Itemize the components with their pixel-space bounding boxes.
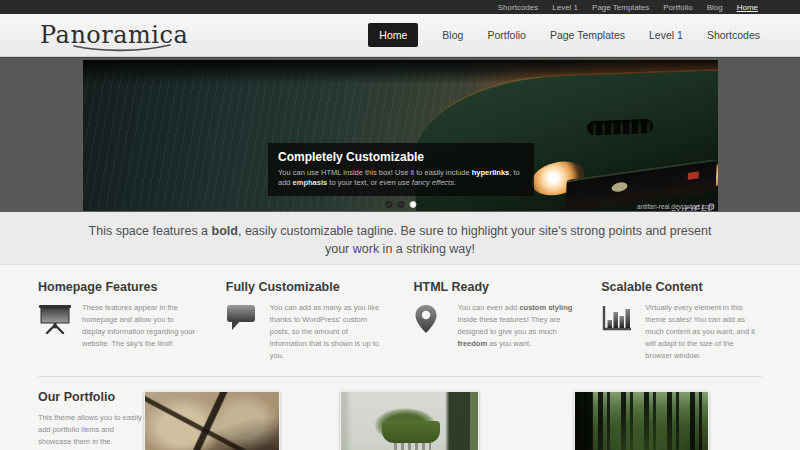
- tagline-band: This space features a bold, easily custo…: [0, 212, 800, 265]
- feature-title: Fully Customizable: [226, 280, 387, 294]
- portfolio-thumb-pirate-ship-painting[interactable]: [144, 391, 280, 450]
- utility-bar: Shortcodes Level 1 Page Templates Portfo…: [0, 0, 800, 14]
- caption-text-part: You can use HTML inside this box! Use it…: [278, 168, 472, 177]
- site-logo[interactable]: Panoramica: [40, 23, 188, 47]
- site-header: Panoramica Home Blog Portfolio Page Temp…: [0, 14, 800, 57]
- nav-item-blog[interactable]: Blog: [442, 29, 463, 41]
- topbar-link-home[interactable]: Home: [737, 3, 758, 12]
- nav-item-shortcodes[interactable]: Shortcodes: [707, 29, 760, 41]
- caption-hyperlink[interactable]: hyperlinks: [472, 168, 510, 177]
- feature-text-part: inside these features! They are designed…: [458, 315, 561, 336]
- feature-homepage-features: Homepage Features These features appear …: [38, 280, 199, 362]
- feature-text: You can even add custom styling inside t…: [458, 302, 575, 350]
- nav-item-home[interactable]: Home: [368, 23, 418, 47]
- feature-text-bold: freedom: [458, 339, 488, 348]
- bar-chart-icon: [601, 302, 645, 362]
- tagline-part: This space features a: [89, 224, 212, 238]
- slider-dot-2[interactable]: [397, 201, 404, 208]
- nav-item-page-templates[interactable]: Page Templates: [550, 29, 625, 41]
- slide-caption: Completely Customizable You can use HTML…: [268, 143, 534, 196]
- portfolio-title: Our Portfolio: [38, 390, 144, 404]
- logo-swoosh-icon: [72, 44, 172, 52]
- portfolio-section: Our Portfolio This theme allows you to e…: [0, 377, 800, 450]
- presentation-screen-icon: [38, 302, 82, 350]
- image-watermark: antifan-real.deviantart.com: [637, 203, 714, 210]
- tagline-part: , easily customizable tagline. Be sure t…: [238, 224, 711, 256]
- topbar-link-page-templates[interactable]: Page Templates: [592, 3, 649, 12]
- feature-text-part: as you want.: [487, 339, 531, 348]
- nav-item-level1[interactable]: Level 1: [649, 29, 683, 41]
- slide-caption-title: Completely Customizable: [278, 150, 524, 164]
- feature-text-bold: custom styling: [519, 303, 572, 312]
- speech-bubble-icon: [226, 302, 270, 362]
- hero-slide: LITCHFIELD antifan-real.deviantart.com C…: [83, 60, 718, 211]
- slider-pagination: [385, 201, 416, 208]
- topbar-link-shortcodes[interactable]: Shortcodes: [498, 3, 538, 12]
- slide-caption-text: You can use HTML inside this box! Use it…: [278, 168, 524, 188]
- feature-fully-customizable: Fully Customizable You can add as many a…: [226, 280, 387, 362]
- portfolio-thumb-misty-gazebo[interactable]: [340, 391, 479, 450]
- caption-text-part: to your text, or: [327, 178, 379, 187]
- feature-scalable-content: Scalable Content Virtually every element…: [601, 280, 762, 362]
- caption-fancy-effects: even use fancy effects: [379, 178, 454, 187]
- tagline-text: This space features a bold, easily custo…: [75, 222, 725, 258]
- portfolio-description: This theme allows you to easily add port…: [38, 412, 144, 450]
- caption-emphasis: emphasis: [293, 178, 328, 187]
- hero-slider: LITCHFIELD antifan-real.deviantart.com C…: [0, 57, 800, 212]
- topbar-link-level1[interactable]: Level 1: [552, 3, 578, 12]
- nav-item-portfolio[interactable]: Portfolio: [487, 29, 526, 41]
- topbar-link-blog[interactable]: Blog: [707, 3, 723, 12]
- feature-title: Homepage Features: [38, 280, 199, 294]
- main-navigation: Home Blog Portfolio Page Templates Level…: [368, 23, 760, 47]
- feature-text: Virtually every element in this theme sc…: [645, 302, 762, 362]
- slider-dot-1[interactable]: [385, 201, 392, 208]
- caption-text-part: .: [454, 178, 456, 187]
- feature-html-ready: HTML Ready You can even add custom styli…: [414, 280, 575, 362]
- topbar-link-portfolio[interactable]: Portfolio: [663, 3, 692, 12]
- portfolio-intro: Our Portfolio This theme allows you to e…: [38, 390, 144, 450]
- tagline-bold: bold: [212, 224, 238, 238]
- hero-car-hood-scoop: [587, 119, 653, 135]
- feature-text: These features appear in the homepage an…: [82, 302, 199, 350]
- portfolio-thumb-dark-forest[interactable]: [574, 391, 709, 450]
- homepage-features-grid: Homepage Features These features appear …: [0, 265, 800, 362]
- feature-title: HTML Ready: [414, 280, 575, 294]
- feature-text-part: You can even add: [458, 303, 520, 312]
- map-pin-icon: [414, 302, 458, 350]
- slider-dot-3-active[interactable]: [409, 201, 416, 208]
- feature-title: Scalable Content: [601, 280, 762, 294]
- feature-text: You can add as many as you like thanks t…: [270, 302, 387, 362]
